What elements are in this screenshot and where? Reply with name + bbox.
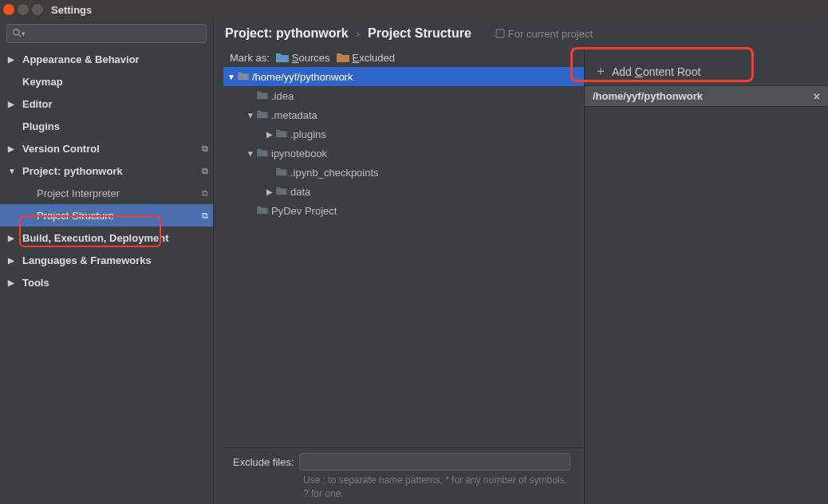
project-level-icon: ⧉ xyxy=(202,166,208,176)
folder-tree-panel: Mark as: Sources Excluded ▼ /home/yyf/p xyxy=(214,48,584,504)
breadcrumb-separator-icon: › xyxy=(357,28,360,40)
breadcrumb-hint: For current project xyxy=(495,28,593,40)
plus-icon: ＋ xyxy=(594,63,607,80)
chevron-down-icon[interactable]: ▼ xyxy=(227,73,236,81)
project-level-icon: ⧉ xyxy=(202,144,208,154)
search-dropdown-icon[interactable]: ▾ xyxy=(22,30,26,37)
sidebar-item-build-execution-deployment[interactable]: ▶Build, Execution, Deployment xyxy=(0,226,213,249)
settings-tree: ▶Appearance & Behavior Keymap ▶Editor Pl… xyxy=(0,48,213,504)
exclude-files-label: Exclude files: xyxy=(233,456,294,468)
folder-icon xyxy=(257,148,268,159)
folder-icon xyxy=(257,109,268,121)
tree-row-root[interactable]: ▼ /home/yyf/pythonwork xyxy=(223,67,584,86)
svg-line-1 xyxy=(18,34,22,37)
sidebar-item-tools[interactable]: ▶Tools xyxy=(0,271,213,293)
chevron-down-icon[interactable]: ▼ xyxy=(246,149,255,158)
svg-point-0 xyxy=(14,30,19,35)
sidebar-item-languages-frameworks[interactable]: ▶Languages & Frameworks xyxy=(0,249,213,271)
tree-row[interactable]: ▶ .plugins xyxy=(223,124,584,144)
folder-icon xyxy=(257,205,268,217)
close-window-icon[interactable] xyxy=(3,4,14,15)
maximize-window-icon[interactable] xyxy=(32,4,43,15)
search-input[interactable]: ▾ xyxy=(6,24,207,43)
add-content-root-button[interactable]: ＋ Add Content Root xyxy=(585,57,828,86)
window-title: Settings xyxy=(51,4,92,16)
folder-icon xyxy=(276,128,287,140)
sidebar-item-project-interpreter[interactable]: Project Interpreter⧉ xyxy=(0,182,213,204)
exclude-files-input[interactable] xyxy=(299,453,570,471)
chevron-down-icon[interactable]: ▼ xyxy=(246,111,255,120)
remove-content-root-icon[interactable]: × xyxy=(814,90,820,103)
minimize-window-icon[interactable] xyxy=(18,4,29,15)
sidebar-item-appearance-behavior[interactable]: ▶Appearance & Behavior xyxy=(0,48,213,70)
tree-row[interactable]: ▶ data xyxy=(223,182,584,201)
folder-icon xyxy=(238,71,249,83)
exclude-files-footer: Exclude files: Use ; to separate name pa… xyxy=(223,447,584,504)
window-controls xyxy=(3,4,43,15)
breadcrumb: Project: pythonwork › Project Structure … xyxy=(214,19,828,48)
folder-icon xyxy=(257,90,268,102)
breadcrumb-page: Project Structure xyxy=(368,26,471,41)
chevron-right-icon[interactable]: ▶ xyxy=(265,130,274,139)
content-area: Project: pythonwork › Project Structure … xyxy=(214,19,828,504)
project-level-icon: ⧉ xyxy=(202,211,208,221)
settings-sidebar: ▾ ▶Appearance & Behavior Keymap ▶Editor … xyxy=(0,19,214,504)
sidebar-item-keymap[interactable]: Keymap xyxy=(0,70,213,93)
content-roots-panel: ＋ Add Content Root /home/yyf/pythonwork … xyxy=(584,48,828,504)
tree-row[interactable]: .idea xyxy=(223,86,584,105)
sidebar-item-project-structure[interactable]: Project Structure⧉ xyxy=(0,204,213,226)
folder-icon xyxy=(276,186,287,198)
sidebar-item-project[interactable]: ▼Project: pythonwork⧉ xyxy=(0,159,213,182)
svg-rect-2 xyxy=(496,30,504,37)
sidebar-item-plugins[interactable]: Plugins xyxy=(0,115,213,137)
project-level-icon: ⧉ xyxy=(202,188,208,199)
content-root-path: /home/yyf/pythonwork xyxy=(593,90,703,102)
breadcrumb-project[interactable]: Project: pythonwork xyxy=(225,26,349,41)
mark-as-toolbar: Mark as: Sources Excluded xyxy=(223,48,584,67)
tree-row[interactable]: ▼ ipynotebook xyxy=(223,144,584,163)
chevron-right-icon[interactable]: ▶ xyxy=(265,187,274,196)
mark-excluded-button[interactable]: Excluded xyxy=(337,52,395,64)
project-scope-icon xyxy=(495,29,505,38)
content-root-entry[interactable]: /home/yyf/pythonwork × xyxy=(585,86,828,107)
exclude-files-hint: Use ; to separate name patterns, * for a… xyxy=(303,474,574,501)
sidebar-item-editor[interactable]: ▶Editor xyxy=(0,93,213,115)
sidebar-item-version-control[interactable]: ▶Version Control⧉ xyxy=(0,137,213,159)
tree-row[interactable]: ▼ .metadata xyxy=(223,105,584,124)
mark-sources-button[interactable]: Sources xyxy=(276,52,330,64)
titlebar: Settings xyxy=(0,0,828,19)
tree-row[interactable]: PyDev Project xyxy=(223,201,584,220)
folder-icon xyxy=(276,167,287,179)
mark-as-label: Mark as: xyxy=(230,52,270,64)
folder-tree[interactable]: ▼ /home/yyf/pythonwork .idea ▼ .metadata xyxy=(223,67,584,447)
tree-row[interactable]: .ipynb_checkpoints xyxy=(223,163,584,182)
